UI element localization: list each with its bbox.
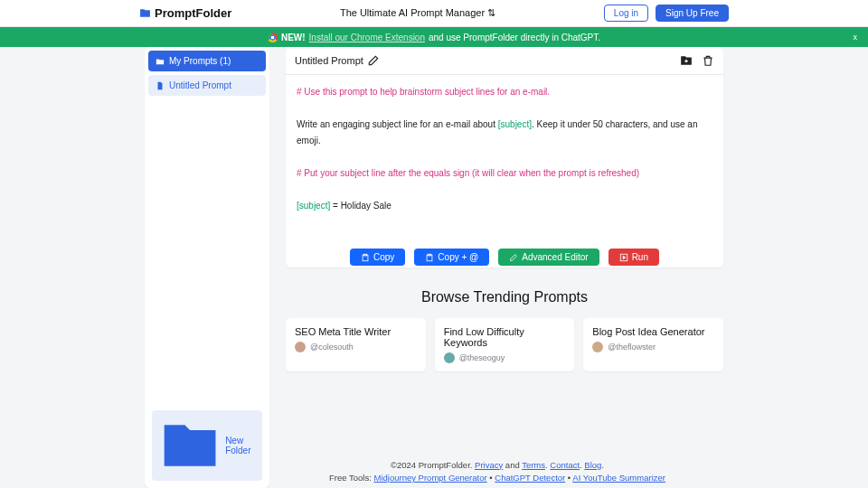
- trending-handle: @colesouth: [310, 343, 354, 352]
- sidebar-root[interactable]: My Prompts (1): [148, 51, 266, 71]
- announcement-banner: NEW! Install our Chrome Extension and us…: [0, 27, 868, 47]
- avatar: [592, 342, 603, 352]
- tool-link-detector[interactable]: ChatGPT Detector: [495, 473, 565, 483]
- new-folder-label: New Folder: [225, 436, 255, 455]
- privacy-link[interactable]: Privacy: [475, 460, 503, 470]
- trending-card-title: Find Low Difficulty Keywords: [444, 326, 566, 348]
- trending-card[interactable]: SEO Meta Title Writer @colesouth: [286, 318, 426, 371]
- folder-plus-icon: [159, 415, 221, 476]
- new-tag: NEW!: [281, 33, 306, 42]
- folder-icon: [139, 7, 151, 19]
- new-folder-button[interactable]: New Folder: [152, 410, 262, 481]
- move-to-folder-icon[interactable]: [680, 54, 693, 67]
- file-icon: [156, 81, 165, 90]
- tool-link-summarizer[interactable]: AI YouTube Summarizer: [572, 473, 665, 483]
- trending-title: Browse Trending Prompts: [286, 289, 723, 305]
- edit-icon: [509, 253, 518, 262]
- prompt-title: Untitled Prompt: [295, 55, 363, 66]
- blog-link[interactable]: Blog: [584, 460, 601, 470]
- avatar: [444, 352, 455, 363]
- sidebar: My Prompts (1) Untitled Prompt New Folde…: [145, 47, 269, 488]
- trending-card-title: SEO Meta Title Writer: [295, 326, 417, 337]
- trending-card[interactable]: Blog Post Idea Generator @theflowster: [583, 318, 723, 371]
- avatar: [295, 342, 306, 352]
- copy-at-button[interactable]: Copy + @: [414, 249, 489, 266]
- clipboard-icon: [361, 253, 370, 262]
- chrome-icon: [268, 33, 278, 42]
- prompt-card: Untitled Prompt # Use this prompt to hel…: [286, 47, 723, 267]
- sidebar-item-untitled[interactable]: Untitled Prompt: [148, 75, 266, 96]
- banner-text: and use PromptFolder directly in ChatGPT…: [429, 33, 600, 42]
- folder-open-icon: [156, 57, 165, 66]
- trending-card-title: Blog Post Idea Generator: [592, 326, 714, 337]
- trending-handle: @theflowster: [608, 343, 656, 352]
- footer: ©2024 PromptFolder. Privacy and Terms. C…: [271, 459, 723, 485]
- clipboard-icon: [425, 253, 434, 262]
- contact-link[interactable]: Contact: [550, 460, 580, 470]
- prompt-editor[interactable]: # Use this prompt to help brainstorm sub…: [286, 75, 723, 239]
- sidebar-root-label: My Prompts (1): [169, 56, 231, 66]
- run-button[interactable]: Run: [609, 249, 659, 266]
- signup-button[interactable]: Sign Up Free: [656, 5, 729, 22]
- chrome-extension-link[interactable]: Install our Chrome Extension: [309, 33, 425, 42]
- edit-title-icon[interactable]: [367, 54, 380, 67]
- terms-link[interactable]: Terms: [522, 460, 545, 470]
- copy-button[interactable]: Copy: [350, 249, 405, 266]
- tool-link-midjourney[interactable]: Midjourney Prompt Generator: [374, 473, 487, 483]
- trending-handle: @theseoguy: [459, 353, 505, 362]
- advanced-editor-button[interactable]: Advanced Editor: [498, 249, 599, 266]
- login-button[interactable]: Log in: [604, 5, 648, 22]
- trending-card[interactable]: Find Low Difficulty Keywords @theseoguy: [435, 318, 575, 371]
- brand[interactable]: PromptFolder: [139, 6, 231, 20]
- banner-close[interactable]: x: [854, 33, 858, 42]
- run-icon: [619, 253, 628, 262]
- sidebar-item-label: Untitled Prompt: [169, 80, 231, 90]
- brand-text: PromptFolder: [155, 6, 231, 20]
- tagline: The Ultimate AI Prompt Manager ⇅: [231, 7, 604, 19]
- delete-icon[interactable]: [702, 54, 714, 67]
